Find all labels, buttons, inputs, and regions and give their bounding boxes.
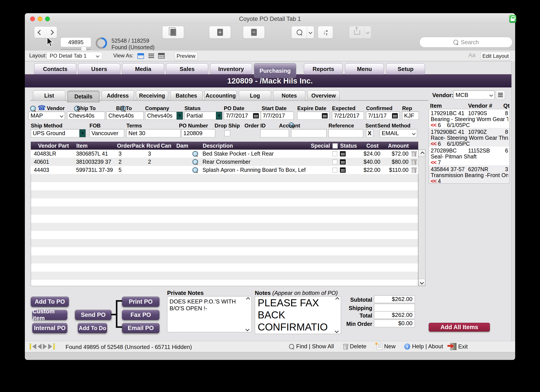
horizontal-scrollbar[interactable]	[25, 352, 515, 360]
next-record-button[interactable]	[45, 26, 57, 38]
shipping-field[interactable]	[374, 304, 415, 311]
private-notes-textarea[interactable]: DOES KEEP P.O.'S WITH B/O'S OPEN !-	[167, 296, 252, 332]
tab-contacts[interactable]: Contacts	[34, 63, 76, 74]
order-id-field[interactable]	[260, 129, 289, 137]
delete-line-icon[interactable]	[412, 151, 416, 157]
phone-icon[interactable]: ☎	[38, 104, 46, 111]
vendor-select[interactable]: MAP	[29, 112, 65, 120]
company-select[interactable]: Chevs40s▼	[145, 112, 183, 120]
calendar-icon[interactable]	[340, 159, 346, 164]
share-button[interactable]	[349, 26, 371, 39]
tab-overview[interactable]: Overview	[307, 90, 340, 101]
calendar-icon[interactable]	[340, 151, 346, 156]
list-item[interactable]: 435844 37-57 6207NR 3 Transmission Beari…	[429, 165, 510, 184]
custom-item-button[interactable]: Custom item	[32, 310, 67, 320]
textarea-scrollbar[interactable]	[244, 298, 251, 331]
dropdown-arrow-icon[interactable]: ▼	[79, 129, 85, 137]
special-all-checkbox[interactable]	[332, 143, 338, 149]
next-record-button[interactable]	[43, 344, 47, 349]
new-record-button[interactable]: +	[209, 26, 231, 39]
confirmed-field[interactable]: 7/11/17	[366, 112, 400, 120]
tab-notes[interactable]: Notes	[273, 90, 305, 101]
tab-setup[interactable]: Setup	[386, 63, 425, 74]
edit-layout-button[interactable]: Edit Layout	[480, 52, 511, 60]
delete-line-icon[interactable]	[412, 167, 416, 173]
tab-list[interactable]: List	[33, 90, 65, 101]
delete-line-icon[interactable]	[412, 159, 416, 165]
share-dropdown[interactable]	[364, 26, 371, 39]
tab-accounting[interactable]: Accounting	[205, 90, 237, 101]
bill-to-field[interactable]: Chevs40s	[106, 112, 144, 120]
exit-button[interactable]: Exit	[450, 343, 468, 350]
last-record-button[interactable]	[48, 344, 52, 349]
print-po-button[interactable]: Print PO	[122, 297, 160, 307]
internal-po-button[interactable]: Internal PO	[32, 323, 67, 333]
send-po-button[interactable]: Send PO	[75, 310, 111, 320]
found-set-pie-icon[interactable]	[96, 37, 107, 49]
list-item[interactable]: 270289BC 11152SB 6 Seal- Pitman Shaft <<…	[429, 147, 510, 165]
help-about-button[interactable]: i Help | About	[404, 343, 443, 350]
email-po-button[interactable]: Email PO	[122, 323, 160, 333]
first-record-bracket-icon[interactable]	[30, 343, 31, 350]
previous-record-button[interactable]	[34, 26, 46, 38]
ship-method-select[interactable]: UPS Ground▼	[31, 129, 86, 137]
dropdown-arrow-icon[interactable]: ▼	[177, 112, 183, 119]
table-row[interactable]: 40483LR 3806857L 41 3 3 Bed Stake Pocket…	[31, 150, 418, 158]
tab-details[interactable]: Details	[67, 90, 100, 102]
sent-checkbox[interactable]: X	[366, 129, 373, 137]
calendar-icon[interactable]	[322, 113, 328, 119]
tab-users[interactable]: Users	[78, 63, 120, 74]
po-date-field[interactable]: 7/7/2017	[224, 112, 261, 120]
tab-menu[interactable]: Menu	[345, 63, 384, 74]
table-row[interactable]: 44403 599731L 37-39 5 Splash Apron - Run…	[31, 166, 418, 174]
list-item[interactable]: 179290BC 41 10790Z 8 Race- Steering Worm…	[429, 128, 510, 147]
previous-record-button[interactable]	[38, 344, 42, 349]
status-select[interactable]: Partial▼	[185, 112, 222, 120]
account-field[interactable]	[291, 129, 326, 137]
special-checkbox[interactable]	[332, 168, 337, 173]
table-scrollbar[interactable]	[418, 150, 425, 286]
text-formatting-icon[interactable]: Aa	[468, 52, 475, 59]
calendar-icon[interactable]	[340, 167, 346, 173]
vendor-list-button[interactable]	[496, 90, 505, 100]
textarea-scrollbar[interactable]	[325, 299, 332, 332]
expire-date-field[interactable]	[297, 112, 330, 120]
new-record-button[interactable]: New	[377, 343, 395, 350]
calendar-icon[interactable]	[253, 113, 259, 119]
po-number-field[interactable]: 120809	[181, 129, 215, 137]
rep-field[interactable]: KJF	[402, 112, 419, 120]
ship-to-field[interactable]: Chevs40s	[67, 112, 105, 120]
delete-record-button[interactable]: −	[243, 26, 265, 39]
terms-field[interactable]: Net 30	[126, 129, 180, 137]
table-view-icon[interactable]	[158, 53, 165, 59]
tab-reports[interactable]: Reports	[304, 63, 343, 74]
notes-textarea[interactable]: PLEASE FAX BACK CONFIRMATIO	[255, 296, 341, 334]
table-row[interactable]: 40601 381003239 37 2 2 Rear Crossmember …	[31, 158, 418, 166]
list-view-icon[interactable]	[148, 54, 154, 58]
show-all-button[interactable]	[162, 26, 184, 39]
current-record-input[interactable]: 49895	[60, 37, 91, 47]
first-record-button[interactable]	[32, 344, 36, 349]
item-detail-icon[interactable]	[192, 159, 198, 165]
fob-field[interactable]: Vancouver	[90, 129, 124, 137]
special-checkbox[interactable]	[332, 151, 337, 156]
find-dropdown[interactable]	[307, 26, 314, 39]
form-view-icon[interactable]	[137, 53, 144, 59]
start-date-field[interactable]: 7/7/2017	[261, 112, 294, 120]
textarea-scrollbar[interactable]	[333, 298, 340, 332]
scroll-down-button[interactable]	[418, 279, 425, 286]
tab-log[interactable]: Log	[239, 90, 271, 101]
drop-ship-checkbox[interactable]	[225, 130, 230, 136]
window-scrollbar[interactable]	[511, 61, 515, 341]
tab-address[interactable]: Address	[102, 90, 134, 101]
expected-field[interactable]: 7/21/2017	[332, 112, 364, 120]
item-detail-icon[interactable]	[192, 167, 198, 173]
tab-sales[interactable]: Sales	[166, 63, 208, 74]
search-input[interactable]: Search	[420, 37, 512, 47]
reference-field[interactable]	[329, 129, 363, 137]
item-detail-icon[interactable]	[192, 151, 198, 157]
send-method-select[interactable]: EMAIL	[380, 129, 417, 137]
find-showall-button[interactable]: Find | Show All	[289, 343, 334, 350]
calendar-icon[interactable]	[392, 113, 398, 119]
find-button[interactable]	[291, 26, 314, 39]
